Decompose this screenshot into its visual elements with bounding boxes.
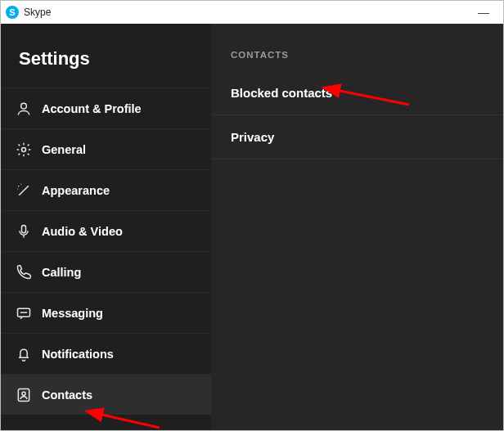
- message-icon: [16, 304, 37, 322]
- sidebar-item-label: General: [42, 143, 86, 156]
- app-window: S Skype — Settings Account & Profile: [0, 0, 504, 431]
- settings-sidebar: Settings Account & Profile General: [1, 24, 211, 430]
- sidebar-item-audio-video[interactable]: Audio & Video: [1, 210, 211, 251]
- window-titlebar: S Skype —: [1, 1, 503, 24]
- user-icon: [16, 100, 37, 118]
- window-minimize-button[interactable]: —: [469, 6, 498, 19]
- sidebar-item-label: Account & Profile: [42, 102, 142, 115]
- sidebar-item-notifications[interactable]: Notifications: [1, 333, 211, 374]
- sidebar-item-label: Notifications: [42, 348, 114, 361]
- svg-point-0: [21, 103, 27, 109]
- svg-rect-2: [22, 225, 26, 232]
- sidebar-item-label: Messaging: [42, 307, 103, 320]
- content-section-title: CONTACTS: [211, 24, 503, 71]
- sidebar-item-appearance[interactable]: Appearance: [1, 169, 211, 210]
- content-row-label: Blocked contacts: [231, 86, 332, 100]
- phone-icon: [16, 263, 37, 281]
- window-title: Skype: [24, 7, 51, 18]
- settings-content: CONTACTS Blocked contacts Privacy: [211, 24, 503, 430]
- wand-icon: [16, 182, 37, 200]
- contacts-icon: [16, 386, 37, 404]
- content-row-privacy[interactable]: Privacy: [211, 115, 503, 159]
- sidebar-item-label: Audio & Video: [42, 225, 123, 238]
- client-area: Settings Account & Profile General: [1, 24, 503, 430]
- mic-icon: [16, 222, 37, 240]
- sidebar-item-contacts[interactable]: Contacts: [1, 374, 211, 415]
- settings-title: Settings: [1, 24, 211, 88]
- content-row-label: Privacy: [231, 130, 274, 144]
- sidebar-item-label: Appearance: [42, 184, 110, 197]
- sidebar-item-messaging[interactable]: Messaging: [1, 292, 211, 333]
- sidebar-item-calling[interactable]: Calling: [1, 251, 211, 292]
- svg-point-1: [22, 147, 26, 151]
- bell-icon: [16, 345, 37, 363]
- skype-logo-icon: S: [6, 6, 19, 19]
- sidebar-item-label: Contacts: [42, 388, 92, 402]
- content-row-blocked-contacts[interactable]: Blocked contacts: [211, 71, 503, 115]
- svg-point-5: [22, 392, 25, 395]
- sidebar-item-general[interactable]: General: [1, 128, 211, 169]
- sidebar-item-label: Calling: [42, 266, 81, 279]
- sidebar-item-account-profile[interactable]: Account & Profile: [1, 88, 211, 128]
- gear-icon: [16, 141, 37, 159]
